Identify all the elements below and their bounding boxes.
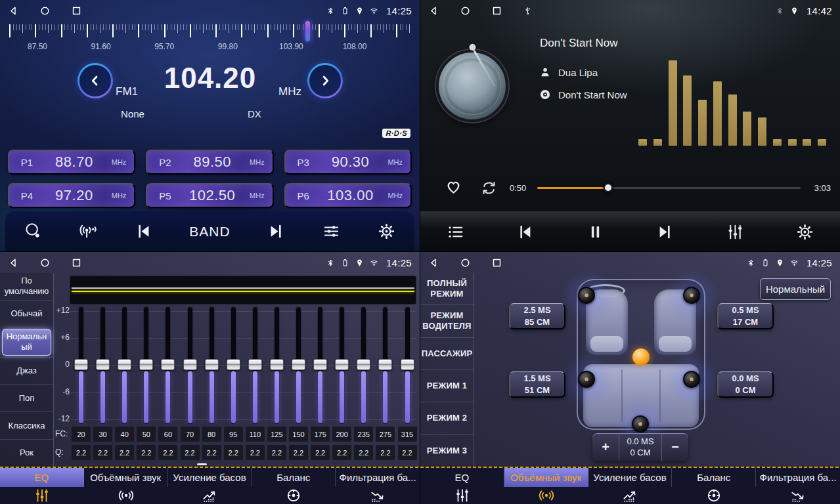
slider-handle[interactable] — [248, 359, 262, 370]
fc-value[interactable]: 40 — [115, 427, 134, 442]
settings-gear-icon[interactable] — [377, 222, 396, 241]
fc-value[interactable]: 30 — [93, 427, 112, 442]
fc-value[interactable]: 315 — [398, 427, 417, 442]
fc-value[interactable]: 125 — [267, 427, 286, 442]
tune-down-button[interactable] — [77, 63, 113, 98]
tab-balance[interactable]: Баланс — [252, 468, 336, 504]
decrease-delay-button[interactable]: − — [662, 434, 688, 461]
next-track-icon[interactable] — [655, 222, 674, 242]
back-nav-icon[interactable] — [8, 5, 19, 16]
eq-preset-6[interactable]: Рок — [0, 439, 53, 467]
speaker-rear-left-icon[interactable] — [578, 371, 595, 388]
recents-nav-icon[interactable] — [71, 5, 82, 16]
speaker-rear-right-icon[interactable] — [683, 371, 700, 388]
tab-surround[interactable]: Объёмный звук — [84, 468, 168, 504]
q-value[interactable]: 2.2 — [93, 445, 112, 460]
home-nav-icon[interactable] — [460, 257, 471, 268]
mode-0[interactable]: ПОЛНЫЙ РЕЖИМ — [420, 273, 474, 304]
mode-1[interactable]: РЕЖИМ ВОДИТЕЛЯ — [420, 304, 474, 337]
broadcast-icon[interactable] — [79, 222, 98, 241]
listening-position-marker[interactable] — [632, 348, 650, 366]
q-value[interactable]: 2.2 — [202, 445, 221, 460]
equalizer-icon[interactable] — [726, 222, 745, 242]
tab-balance[interactable]: Баланс — [672, 468, 756, 504]
preset-button-P2[interactable]: P289.50MHz — [146, 150, 273, 175]
slider-handle[interactable] — [335, 359, 349, 370]
fc-value[interactable]: 20 — [72, 427, 91, 442]
q-value[interactable]: 2.2 — [267, 445, 286, 460]
eq-preset-0[interactable]: По умолчанию — [0, 273, 53, 300]
preset-button-P5[interactable]: P5102.50MHz — [146, 183, 273, 208]
settings-gear-icon[interactable] — [795, 222, 814, 242]
q-value[interactable]: 2.2 — [72, 445, 91, 460]
delay-button-front-left[interactable]: 2.5 MS85 CM — [509, 303, 565, 329]
previous-station-icon[interactable] — [134, 222, 153, 241]
tab-surround[interactable]: Объёмный звук — [504, 468, 588, 504]
recents-nav-icon[interactable] — [491, 5, 502, 16]
slider-handle[interactable] — [74, 359, 88, 370]
q-value[interactable]: 2.2 — [311, 445, 330, 460]
back-nav-icon[interactable] — [428, 5, 439, 16]
slider-handle[interactable] — [227, 359, 240, 370]
slider-handle[interactable] — [313, 359, 327, 370]
slider-handle[interactable] — [401, 359, 414, 370]
tune-up-button[interactable] — [307, 63, 343, 98]
progress-bar[interactable] — [537, 187, 801, 189]
q-value[interactable]: 2.2 — [354, 445, 373, 460]
delay-button-front-right[interactable]: 0.5 MS17 CM — [717, 303, 774, 329]
slider-handle[interactable] — [270, 359, 284, 370]
q-value[interactable]: 2.2 — [181, 445, 200, 460]
tab-eq-sliders[interactable]: EQ — [0, 468, 84, 504]
fc-value[interactable]: 235 — [354, 427, 373, 442]
increase-delay-button[interactable]: + — [592, 434, 619, 461]
fc-value[interactable]: 80 — [202, 427, 221, 442]
slider-handle[interactable] — [357, 359, 370, 370]
slider-handle[interactable] — [292, 359, 305, 370]
tab-filter[interactable]: Фильтрация ба... — [756, 468, 840, 504]
home-nav-icon[interactable] — [39, 5, 51, 16]
equalizer-icon[interactable] — [322, 222, 341, 241]
q-value[interactable]: 2.2 — [376, 445, 395, 460]
q-value[interactable]: 2.2 — [137, 445, 156, 460]
slider-handle[interactable] — [96, 359, 110, 370]
delay-button-rear-right[interactable]: 0.0 MS0 CM — [717, 371, 774, 398]
next-station-icon[interactable] — [267, 222, 286, 241]
fc-value[interactable]: 60 — [158, 427, 177, 442]
eq-preset-5[interactable]: Классика — [0, 411, 53, 439]
favorite-heart-icon[interactable] — [444, 177, 463, 196]
mode-3[interactable]: РЕЖИМ 1 — [420, 369, 474, 402]
recents-nav-icon[interactable] — [491, 257, 502, 268]
slider-handle[interactable] — [139, 359, 153, 370]
fc-value[interactable]: 95 — [224, 427, 243, 442]
q-value[interactable]: 2.2 — [224, 445, 243, 460]
tab-bass-boost[interactable]: Усиление басов — [168, 468, 252, 504]
playlist-icon[interactable] — [446, 222, 465, 242]
home-nav-icon[interactable] — [460, 5, 471, 16]
pause-icon[interactable] — [586, 222, 605, 242]
tab-filter[interactable]: Фильтрация ба... — [336, 468, 420, 504]
progress-knob[interactable] — [604, 183, 613, 192]
slider-handle[interactable] — [161, 359, 175, 370]
slider-handle[interactable] — [183, 359, 197, 370]
eq-preset-3[interactable]: Джаз — [0, 357, 53, 385]
frequency-dial[interactable] — [9, 24, 410, 39]
preset-button-P4[interactable]: P497.20MHz — [8, 183, 135, 208]
slider-handle[interactable] — [118, 359, 131, 370]
speaker-front-right-icon[interactable] — [683, 287, 700, 304]
fc-value[interactable]: 200 — [332, 427, 351, 442]
q-value[interactable]: 2.2 — [158, 445, 177, 460]
previous-track-icon[interactable] — [516, 222, 535, 242]
recents-nav-icon[interactable] — [71, 257, 82, 268]
slider-handle[interactable] — [205, 359, 219, 370]
eq-preset-1[interactable]: Обычай — [0, 300, 53, 327]
speaker-center-icon[interactable] — [632, 415, 649, 432]
mode-4[interactable]: РЕЖИМ 2 — [420, 402, 474, 434]
band-button[interactable]: BAND — [189, 224, 230, 240]
q-value[interactable]: 2.2 — [332, 445, 351, 460]
speaker-front-left-icon[interactable] — [578, 287, 595, 304]
scan-icon[interactable] — [24, 222, 43, 241]
delay-button-rear-left[interactable]: 1.5 MS51 CM — [509, 371, 565, 398]
mode-5[interactable]: РЕЖИМ 3 — [420, 434, 474, 467]
eq-preset-4[interactable]: Поп — [0, 384, 53, 411]
back-nav-icon[interactable] — [8, 257, 19, 268]
